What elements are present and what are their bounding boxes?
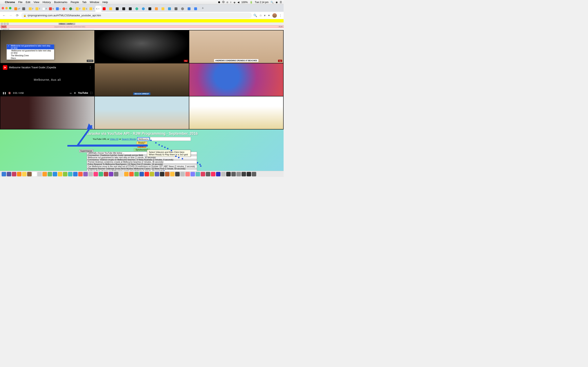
profile-avatar[interactable] [272,13,277,18]
settings-gear-icon[interactable]: ⚙ [74,92,76,94]
dock-app-icon[interactable] [236,172,241,176]
dock-app-icon[interactable] [104,172,108,176]
airplay-icon[interactable]: ⎚ [227,1,228,4]
small-button[interactable] [4,23,6,25]
back-button[interactable]: ← [2,13,7,18]
browser-tab[interactable] [174,6,180,12]
dock-app-icon[interactable] [88,172,93,176]
dock-app-icon[interactable] [226,172,231,176]
battery-icon[interactable]: 🔋 [250,1,253,4]
video-cell[interactable]: BEACH ARREST [95,63,189,96]
browser-tab[interactable] [154,6,160,12]
url-placeholder[interactable]: (appended by optional | delimited title) [54,26,277,28]
menubar-icon[interactable]: ⬢ [218,1,220,4]
browser-tab[interactable] [193,6,199,12]
dock-app-icon[interactable] [32,172,37,176]
extra-input[interactable] [150,137,191,141]
dock-app-icon[interactable] [211,172,215,176]
dock-app-icon[interactable] [99,172,103,176]
dock-app-icon[interactable] [145,172,149,176]
menu-edit[interactable]: Edit [26,1,30,4]
reload-button[interactable]: ⟳ [15,13,20,18]
more-icon[interactable]: ⋮ [89,66,92,69]
video-cell[interactable]: ANDREWS CONDEMNS CROWDS AT BEACHESsky [189,30,283,63]
dock-app-icon[interactable] [119,172,123,176]
dock-app-icon[interactable] [242,172,246,176]
browser-tab[interactable]: | [68,6,75,12]
dock-app-icon[interactable] [165,172,169,176]
browser-tab[interactable] [141,6,147,12]
pause-icon[interactable]: ❚❚ [2,92,6,94]
dock-app-icon[interactable] [170,172,174,176]
dropdown-option[interactable]: Melbourne not guaranteed to take next st… [7,44,54,49]
browser-tab[interactable] [148,6,154,12]
dock-app-icon[interactable] [185,172,190,176]
bookmark-star-icon[interactable]: ☆ [259,14,262,17]
search-icon[interactable]: 🔍 [253,14,257,17]
menu-tab[interactable]: Tab [82,1,86,4]
browser-tab[interactable]: F [62,6,68,12]
browser-tab[interactable]: E [82,6,88,12]
dock-app-icon[interactable] [231,172,236,176]
dock-app-icon[interactable] [124,172,129,176]
browser-tab[interactable] [135,6,141,12]
menu-window[interactable]: Window [90,1,99,4]
list-item[interactable]: Premier Andrews condemns crowds at Melbo… [87,161,197,163]
extension-icon[interactable]: ▾ [264,14,266,17]
browser-tab[interactable]: T [89,6,95,12]
search-input[interactable] [137,137,149,141]
dock-app-icon[interactable] [53,172,57,176]
browser-tab[interactable] [115,6,121,12]
dock-app-icon[interactable] [196,172,200,176]
small-button[interactable] [1,23,3,25]
menubar-icon[interactable]: Ⓜ [222,0,225,4]
dock-app-icon[interactable] [58,172,62,176]
grid-button[interactable]: Grid? [138,145,146,148]
list-item[interactable]: Coronavirus: Violence erupts on Melbourn… [87,159,197,161]
video-cell[interactable]: sky [95,30,189,63]
video-cell[interactable] [189,63,283,96]
dock-app-icon[interactable] [160,172,164,176]
volume-icon[interactable]: ◀ [237,1,239,4]
dock-app-icon[interactable] [22,172,26,176]
youtube-chip[interactable]: YouT [1,25,7,28]
dock-app-icon[interactable] [129,172,134,176]
list-item[interactable]: Chadstone Butcher Outbreak Grows Amid My… [87,167,197,170]
dock-app-icon[interactable] [252,172,256,176]
dropdown-option[interactable]: -Melbourne not guaranteed to take next s… [7,49,54,54]
dock-app-icon[interactable] [78,172,83,176]
browser-tab[interactable] [102,6,108,12]
browser-tab[interactable] [167,6,173,12]
dock-app-icon[interactable] [175,172,180,176]
captions-icon[interactable]: ㏄ [70,92,72,95]
siri-icon[interactable]: ◉ [276,1,278,4]
dock-app-icon[interactable] [43,172,47,176]
maximize-window-button[interactable] [9,7,11,9]
browser-tab[interactable] [128,6,134,12]
chrome-menu-icon[interactable]: ⋮ [279,14,282,17]
videoid-link[interactable]: Video ID [110,138,118,140]
dock-app-icon[interactable] [73,172,78,176]
dock-app-icon[interactable] [201,172,205,176]
list-item[interactable]: Can Melbourne move to the next step out … [87,165,197,167]
video-cell[interactable] [0,96,94,129]
dock-app-icon[interactable] [247,172,251,176]
minimize-window-button[interactable] [5,7,8,9]
dock-app-icon[interactable] [150,172,154,176]
video-cell[interactable] [189,96,283,129]
dock-app-icon[interactable] [2,172,6,176]
dropdown-option[interactable]: The Wrecking Crew [7,54,54,57]
browser-tab[interactable] [121,6,128,12]
wifi-icon[interactable]: ⬙ [233,1,235,4]
dock-app-icon[interactable] [12,172,16,176]
battery-status[interactable]: 100% [241,1,248,4]
dock-app-icon[interactable] [139,172,144,176]
dropdown-option[interactable]: Disco [7,57,54,59]
url-input[interactable]: 🔒 rjmprogramming.com.au/HTMLCSS/karaoke_… [21,13,252,18]
dock-app-icon[interactable] [155,172,159,176]
close-tab-icon[interactable]: × [98,8,99,10]
dock-app-icon[interactable] [216,172,221,176]
clock[interactable]: Tue 2:14 pm [255,1,268,4]
browser-tab[interactable]: F [75,6,81,12]
dock-app-icon[interactable] [68,172,72,176]
